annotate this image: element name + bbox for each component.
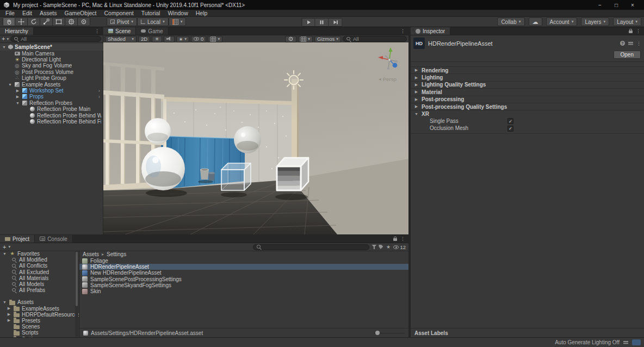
- expander-closed-icon[interactable]: ▶: [7, 318, 11, 323]
- expander-open-icon[interactable]: ▼: [414, 112, 419, 116]
- assets-root[interactable]: ▼ Assets: [0, 299, 79, 305]
- expander-closed-icon[interactable]: ▶: [414, 83, 419, 87]
- favorites-root[interactable]: ▼ ★ Favorites: [0, 251, 79, 257]
- auto-generate-lighting-status[interactable]: Auto Generate Lighting Off: [555, 339, 620, 345]
- menu-edit[interactable]: Edit: [18, 10, 36, 17]
- hierarchy-search-input[interactable]: All: [10, 36, 101, 42]
- foldout-lighting-quality[interactable]: ▶ Lighting Quality Settings: [411, 82, 644, 89]
- reflection-probe-sphere-mid[interactable]: [234, 126, 261, 153]
- search-by-label-icon[interactable]: [379, 245, 383, 249]
- hierarchy-item-reflection-probe-wall[interactable]: Reflection Probe Behind Wal: [0, 112, 103, 118]
- search-by-type-icon[interactable]: [371, 245, 376, 249]
- tab-inspector[interactable]: Inspector: [411, 27, 450, 35]
- favorite-all-prefabs[interactable]: All Prefabs: [0, 287, 79, 293]
- hierarchy-item-reflection-probe-frame[interactable]: Reflection Probe Behind Fra: [0, 119, 103, 125]
- file-skin[interactable]: Skin: [79, 288, 408, 294]
- menu-assets[interactable]: Assets: [36, 10, 61, 17]
- menu-tutorial[interactable]: Tutorial: [138, 10, 164, 17]
- menu-gameobject[interactable]: GameObject: [61, 10, 101, 17]
- foldout-post-processing[interactable]: ▶ Post-processing: [411, 96, 644, 103]
- maximize-button[interactable]: □: [608, 2, 624, 8]
- context-menu-icon[interactable]: ⋮: [636, 41, 641, 46]
- hierarchy-item-sky-fog-volume[interactable]: ◎ Sky and Fog Volume: [0, 63, 103, 69]
- local-toggle-button[interactable]: Local ▾: [137, 17, 169, 26]
- expander-closed-icon[interactable]: ▶: [15, 89, 20, 93]
- hidden-count-badge[interactable]: 12: [393, 244, 406, 250]
- file-samplescenepostprocessingsettings[interactable]: SampleScenePostProcessingSettings: [79, 276, 408, 282]
- expander-open-icon[interactable]: ▼: [2, 45, 7, 49]
- menu-component[interactable]: Component: [100, 10, 137, 17]
- step-button[interactable]: [329, 18, 343, 27]
- close-button[interactable]: ×: [624, 2, 641, 8]
- file-foliage[interactable]: Foliage: [79, 258, 408, 264]
- grid-visibility-dropdown[interactable]: ▾: [208, 36, 222, 42]
- hierarchy-item-reflection-probe-main[interactable]: Reflection Probe Main: [0, 106, 103, 112]
- slider-knob[interactable]: [375, 331, 380, 335]
- glass-cube[interactable]: [221, 163, 251, 190]
- hierarchy-item-example-assets[interactable]: ▼ Example Assets: [0, 81, 103, 87]
- scene-audio-toggle[interactable]: [164, 36, 175, 42]
- expander-open-icon[interactable]: ▼: [8, 83, 13, 86]
- lock-icon[interactable]: [393, 238, 397, 241]
- tab-hierarchy[interactable]: Hierarchy: [0, 27, 34, 35]
- expander-open-icon[interactable]: ▼: [2, 300, 7, 304]
- folder-hdrpdefaultresources[interactable]: ▶ HDRPDefaultResources: [0, 312, 79, 318]
- foldout-post-processing-quality[interactable]: ▶ Post-processing Quality Settings: [411, 103, 644, 110]
- striped-cube[interactable]: [277, 158, 308, 190]
- hierarchy-item-main-camera[interactable]: Main Camera: [0, 51, 103, 57]
- expander-closed-icon[interactable]: ▶: [7, 312, 11, 317]
- rotate-tool-button[interactable]: [28, 17, 40, 26]
- create-button[interactable]: +: [2, 36, 5, 42]
- presets-icon[interactable]: [628, 41, 633, 46]
- pivot-toggle-button[interactable]: Pivot ▾: [107, 17, 137, 26]
- help-icon[interactable]: ?: [620, 41, 625, 46]
- expander-closed-icon[interactable]: ▶: [414, 97, 419, 102]
- tree-scrollbar-thumb[interactable]: [76, 252, 78, 306]
- move-tool-button[interactable]: [15, 17, 28, 26]
- camera-settings-dropdown[interactable]: ▾: [298, 36, 313, 42]
- file-new-hdrenderpipelineasset[interactable]: New HDRenderPipelineAsset: [79, 270, 408, 276]
- transform-tool-button[interactable]: [65, 17, 78, 26]
- asset-labels-section[interactable]: Asset Labels: [411, 328, 644, 337]
- expander-open-icon[interactable]: ▼: [2, 252, 7, 256]
- expander-closed-icon[interactable]: ▶: [7, 306, 11, 311]
- foldout-lighting[interactable]: ▶ Lighting: [411, 74, 644, 81]
- foldout-material[interactable]: ▶ Material: [411, 89, 644, 96]
- file-hdrenderpipelineasset[interactable]: HDRenderPipelineAsset: [79, 264, 408, 270]
- view-tool-button[interactable]: [3, 17, 15, 26]
- hierarchy-item-post-process-volume[interactable]: ◎ Post Process Volume: [0, 69, 103, 75]
- menu-window[interactable]: Window: [164, 10, 191, 17]
- expander-closed-icon[interactable]: ▶: [414, 76, 419, 80]
- tab-console[interactable]: Console: [35, 235, 73, 243]
- breadcrumb-assets[interactable]: Assets: [83, 251, 99, 257]
- scene-3d-render[interactable]: [103, 42, 408, 234]
- menu-file[interactable]: File: [2, 10, 18, 17]
- reflection-probe-sphere-large[interactable]: [141, 147, 185, 190]
- scene-viewport[interactable]: ◄ Persp: [103, 42, 408, 234]
- folder-exampleassets[interactable]: ▶ ExampleAssets: [0, 306, 79, 312]
- expander-closed-icon[interactable]: ▶: [414, 90, 419, 94]
- favorite-all-modified[interactable]: All Modified: [0, 257, 79, 263]
- scene-search-input[interactable]: All: [343, 36, 407, 42]
- folder-presets[interactable]: ▶ Presets: [0, 318, 79, 324]
- occlusion-mesh-checkbox[interactable]: ✓: [507, 126, 513, 132]
- foldout-xr[interactable]: ▼ XR: [411, 110, 644, 117]
- favorite-all-excluded[interactable]: All Excluded: [0, 269, 79, 275]
- grid-snapping-button[interactable]: ▾: [169, 17, 187, 26]
- sun-light-gizmo[interactable]: [284, 71, 303, 89]
- menu-help[interactable]: Help: [192, 10, 212, 17]
- file-samplesceneskyandfogsettings[interactable]: SampleSceneSkyandFogSettings: [79, 282, 408, 288]
- tab-scene[interactable]: Scene: [103, 27, 136, 35]
- hierarchy-item-props[interactable]: ▶ Props ›: [0, 94, 103, 100]
- effects-dropdown[interactable]: ★ ▾: [176, 36, 189, 42]
- shading-mode-dropdown[interactable]: Shaded ▾: [105, 36, 137, 42]
- hierarchy-item-reflection-probes[interactable]: ▼ Reflection Probes: [0, 100, 103, 106]
- hierarchy-item-workshop-set[interactable]: ▶ Workshop Set ›: [0, 88, 103, 94]
- account-dropdown[interactable]: Account ▾: [546, 17, 578, 26]
- lighting-settings-icon[interactable]: [623, 340, 628, 345]
- folder-scenes[interactable]: Scenes: [0, 324, 79, 330]
- favorite-all-models[interactable]: All Models: [0, 281, 79, 287]
- panel-menu-icon[interactable]: ⋮: [95, 28, 100, 34]
- favorite-all-materials[interactable]: All Materials: [0, 275, 79, 281]
- single-pass-checkbox[interactable]: ✓: [507, 118, 513, 124]
